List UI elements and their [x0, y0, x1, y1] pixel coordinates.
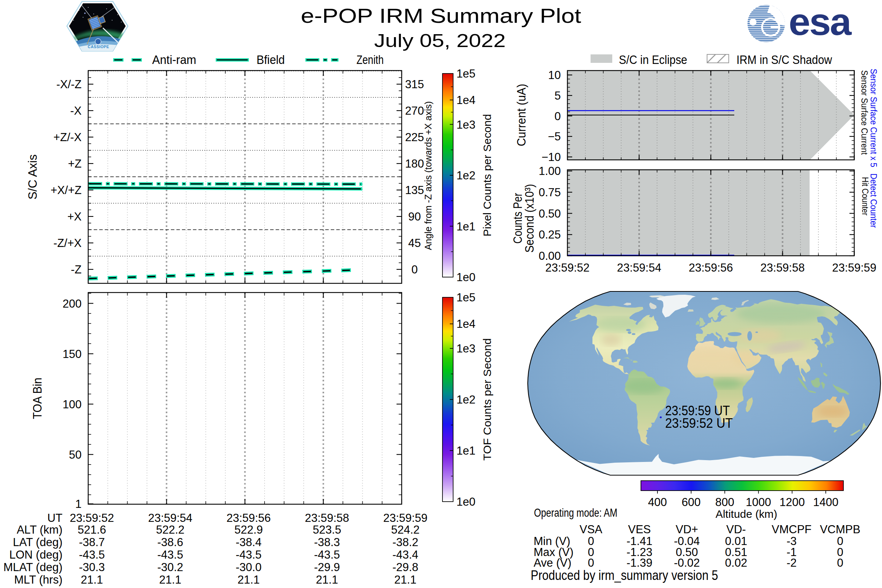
svg-text:-43.5: -43.5 [79, 548, 105, 561]
svg-text:Angle from -Z axis (towards +X: Angle from -Z axis (towards +X axis) [423, 101, 434, 250]
svg-text:0: 0 [411, 263, 417, 276]
svg-text:July 05, 2022: July 05, 2022 [374, 30, 506, 51]
svg-text:135: 135 [405, 184, 424, 196]
svg-text:10: 10 [548, 69, 561, 82]
svg-text:-38.6: -38.6 [157, 536, 183, 549]
svg-text:23:59:58: 23:59:58 [304, 512, 349, 524]
svg-text:+Z/-X: +Z/-X [53, 131, 82, 144]
svg-text:Operating mode: AM: Operating mode: AM [534, 506, 617, 519]
svg-text:1e3: 1e3 [456, 342, 476, 355]
svg-text:VD+: VD+ [675, 523, 698, 536]
svg-text:5: 5 [555, 89, 561, 102]
svg-text:-43.5: -43.5 [236, 548, 262, 561]
svg-text:521.6: 521.6 [78, 524, 106, 536]
svg-text:522.2: 522.2 [156, 524, 184, 536]
svg-text:315: 315 [405, 78, 424, 91]
svg-text:600: 600 [682, 496, 701, 508]
svg-text:1400: 1400 [813, 496, 838, 508]
svg-text:TOF Counts per Second: TOF Counts per Second [481, 339, 493, 461]
svg-text:ALT (km): ALT (km) [16, 524, 63, 536]
svg-text:Pixel Counts per Second: Pixel Counts per Second [481, 114, 493, 237]
svg-text:CASSIOPE: CASSIOPE [88, 45, 109, 49]
svg-text:1000: 1000 [746, 496, 771, 508]
svg-text:100: 100 [63, 398, 82, 411]
svg-text:-43.4: -43.4 [393, 548, 418, 561]
svg-text:-30.0: -30.0 [236, 561, 262, 574]
svg-text:-Z/+X: -Z/+X [53, 237, 82, 249]
svg-text:Hit Counter: Hit Counter [860, 177, 870, 216]
svg-text:1e4: 1e4 [456, 318, 476, 330]
svg-text:MLT (hrs): MLT (hrs) [14, 573, 63, 586]
svg-text:90: 90 [408, 210, 421, 223]
svg-text:IRM in S/C Shadow: IRM in S/C Shadow [736, 53, 832, 66]
svg-text:-29.9: -29.9 [314, 561, 340, 574]
svg-text:-30.3: -30.3 [79, 561, 105, 574]
svg-text:VSA: VSA [579, 523, 602, 536]
svg-text:TOA Bin: TOA Bin [30, 378, 44, 419]
svg-text:23:59:52: 23:59:52 [70, 512, 114, 524]
svg-text:-43.5: -43.5 [157, 548, 183, 561]
svg-text:1e4: 1e4 [456, 94, 476, 106]
svg-text:23:59:59: 23:59:59 [383, 512, 428, 524]
svg-text:21.1: 21.1 [159, 573, 181, 586]
svg-text:-2: -2 [786, 556, 797, 569]
svg-text:0.25: 0.25 [539, 228, 561, 241]
svg-text:1: 1 [75, 498, 82, 510]
svg-text:0.75: 0.75 [539, 186, 561, 199]
svg-text:S/C in Eclipse: S/C in Eclipse [619, 53, 687, 66]
svg-text:-38.2: -38.2 [393, 536, 418, 549]
svg-text:Zenith: Zenith [357, 53, 384, 66]
svg-text:45: 45 [408, 237, 421, 249]
svg-text:−5: −5 [548, 130, 561, 143]
svg-text:800: 800 [715, 496, 734, 508]
svg-text:225: 225 [405, 131, 424, 144]
svg-text:1.00: 1.00 [539, 165, 561, 177]
svg-text:-38.4: -38.4 [236, 536, 262, 549]
svg-text:1e2: 1e2 [456, 393, 476, 406]
svg-text:200: 200 [63, 297, 82, 310]
svg-text:-30.2: -30.2 [157, 561, 183, 574]
svg-text:23:59:59: 23:59:59 [832, 261, 876, 274]
svg-text:0.00: 0.00 [539, 249, 561, 262]
svg-text:0: 0 [555, 110, 561, 123]
svg-text:150: 150 [63, 348, 82, 360]
svg-text:MLAT (deg): MLAT (deg) [3, 561, 63, 574]
svg-text:Current (uA): Current (uA) [514, 84, 528, 146]
svg-text:Altitude (km): Altitude (km) [716, 508, 777, 520]
svg-text:esa: esa [789, 0, 852, 43]
svg-text:LAT (deg): LAT (deg) [13, 536, 63, 549]
svg-text:−10: −10 [542, 151, 561, 164]
svg-text:Second (x10³): Second (x10³) [523, 184, 536, 253]
svg-text:1e1: 1e1 [456, 220, 476, 233]
svg-text:23:59:58: 23:59:58 [760, 261, 805, 274]
svg-text:23:59:52: 23:59:52 [545, 261, 590, 274]
svg-text:1e0: 1e0 [456, 495, 476, 508]
svg-text:50: 50 [69, 448, 82, 461]
svg-text:e-POP IRM Summary Plot: e-POP IRM Summary Plot [301, 4, 582, 27]
svg-text:523.5: 523.5 [313, 524, 341, 536]
svg-text:23:59:54: 23:59:54 [148, 512, 193, 524]
svg-text:+Z: +Z [68, 157, 82, 170]
svg-text:-Z: -Z [71, 263, 82, 276]
svg-text:0: 0 [588, 556, 594, 569]
svg-text:21.1: 21.1 [81, 573, 103, 586]
svg-text:Detect Counter: Detect Counter [869, 174, 878, 228]
svg-text:1200: 1200 [780, 496, 805, 508]
svg-text:21.1: 21.1 [316, 573, 338, 586]
svg-text:23:59:54: 23:59:54 [617, 261, 662, 274]
svg-text:1e0: 1e0 [456, 271, 476, 284]
svg-text:UT: UT [47, 512, 63, 524]
svg-text:0.02: 0.02 [725, 556, 747, 569]
svg-text:+X: +X [67, 210, 82, 223]
svg-text:-38.3: -38.3 [314, 536, 340, 549]
svg-text:1e1: 1e1 [456, 444, 476, 457]
svg-text:400: 400 [648, 496, 667, 508]
svg-text:VMCPF: VMCPF [772, 523, 812, 536]
svg-text:522.9: 522.9 [234, 524, 263, 536]
svg-text:Bfield: Bfield [256, 53, 285, 66]
svg-text:VES: VES [628, 523, 651, 536]
svg-text:VD-: VD- [726, 523, 746, 536]
svg-text:-X/-Z: -X/-Z [56, 78, 82, 91]
svg-text:Produced by irm_summary versio: Produced by irm_summary version 5 [531, 568, 718, 583]
svg-text:-0.02: -0.02 [674, 556, 700, 569]
